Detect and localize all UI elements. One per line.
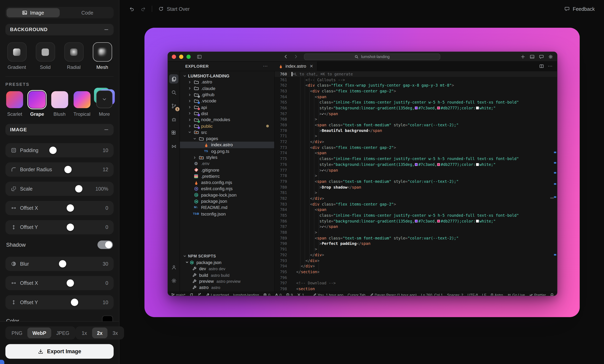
redo-button[interactable] [141, 6, 146, 12]
tree-item-public[interactable]: public [180, 123, 274, 129]
toggle-sidebar-icon[interactable] [197, 54, 202, 59]
tab-index-astro[interactable]: index.astro ✕ [275, 62, 317, 71]
activity-kite-icon[interactable] [169, 142, 178, 151]
status-1[interactable]: 1 [297, 293, 304, 296]
tree-item--prettierrc[interactable]: .prettierrc [180, 173, 274, 179]
export-image-button[interactable]: Export Image [5, 344, 114, 359]
tree-item--env[interactable]: ⚙.env [180, 161, 274, 167]
tree-item-dist[interactable]: dist [180, 110, 274, 117]
activity-files-icon[interactable] [169, 74, 178, 84]
slider-offset-x-knob[interactable] [66, 279, 74, 287]
chat-icon[interactable] [539, 54, 544, 59]
corner-widget[interactable] [0, 360, 4, 364]
status-prettier[interactable]: Prettier [529, 293, 546, 296]
nav-back-icon[interactable] [283, 54, 288, 59]
zoom-window-button[interactable] [186, 54, 190, 59]
status-lumshot-landing[interactable]: lumshot-landing [233, 293, 259, 296]
status-ln-760-col-1[interactable]: Ln 760, Col 1 [421, 293, 443, 296]
tree-item-src[interactable]: src [180, 129, 274, 135]
npm-script-package-json[interactable]: package.json [180, 259, 274, 266]
status-spaces-2[interactable]: Spaces: 2 [447, 293, 463, 296]
activity-account-icon[interactable] [169, 262, 178, 272]
background-type-solid[interactable]: Solid [34, 42, 56, 70]
activity-debug-icon[interactable] [169, 115, 178, 124]
activity-settings-icon[interactable] [169, 276, 178, 285]
scrollbar-handle[interactable] [550, 197, 554, 199]
status-pipeline[interactable] [198, 293, 201, 296]
activity-search-icon[interactable] [169, 88, 178, 97]
tree-item-styles[interactable]: styles [180, 154, 274, 160]
format-webp[interactable]: WebP [27, 328, 51, 338]
tree-item-tsconfig-json[interactable]: TS⚙tsconfig.json [180, 211, 274, 217]
settings-icon[interactable] [548, 54, 553, 59]
slider-offset-y-knob[interactable] [71, 299, 78, 306]
undo-button[interactable] [129, 6, 134, 12]
tree-item-package-json[interactable]: package.json [180, 198, 274, 204]
status-0[interactable]: 0 [263, 293, 270, 296]
tree-item--astro[interactable]: .astro [180, 79, 274, 85]
status-bell[interactable] [550, 293, 554, 296]
minimize-window-button[interactable] [179, 54, 183, 59]
split-editor-icon[interactable] [539, 64, 544, 68]
export-scale-1x[interactable]: 1x [77, 328, 92, 338]
status-utf-8[interactable]: UTF-8 [467, 293, 478, 296]
tree-item--gitignore[interactable]: .gitignore [180, 167, 274, 173]
status-0[interactable]: 0 [275, 293, 281, 296]
format-png[interactable]: PNG [7, 328, 27, 338]
status-dayan-perez-1-hour-ago-[interactable]: Dayan Perez (1 hour ago) [370, 293, 417, 296]
status-9[interactable]: 9 [286, 293, 293, 296]
slider-blur-knob[interactable] [59, 260, 66, 268]
code-editor[interactable]: 760⌘L to chat, ⌘K to generate761 <!-- Ca… [275, 71, 557, 292]
workspace-search[interactable]: lumshot-landing [304, 53, 440, 60]
close-tab-icon[interactable]: ✕ [310, 64, 313, 69]
image-section-header[interactable]: IMAGE [5, 124, 114, 135]
shadow-toggle[interactable] [98, 241, 113, 249]
npm-scripts-header[interactable]: NPM SCRIPTS [180, 253, 274, 259]
editor-more-icon[interactable]: ⋯ [548, 63, 552, 69]
tab-image[interactable]: Image [7, 8, 60, 17]
tree-item--github[interactable]: .github [180, 92, 274, 98]
tree-item-api[interactable]: api [180, 104, 274, 110]
npm-script-preview[interactable]: previewastro preview [180, 278, 274, 284]
tree-item-node-modules[interactable]: node_modules [180, 117, 274, 123]
export-scale-2x[interactable]: 2x [92, 328, 107, 338]
tree-item--vscode[interactable]: .vscode [180, 98, 274, 104]
slider-offset-y-knob[interactable] [66, 223, 74, 231]
tree-item--claude[interactable]: .claude [180, 85, 274, 91]
status-lf[interactable]: LF [482, 293, 486, 296]
background-type-radial[interactable]: Radial [63, 42, 85, 70]
preset-grape[interactable]: Grape [28, 91, 46, 117]
slider-offset-x-knob[interactable] [66, 204, 74, 212]
tree-item-index-astro[interactable]: index.astro [180, 142, 274, 148]
tree-item-eslint-config-mjs[interactable]: eslint.config.mjs [180, 186, 274, 192]
background-type-mesh[interactable]: Mesh [91, 42, 113, 70]
activity-extensions-icon[interactable] [169, 128, 178, 137]
collapse-background-icon[interactable] [104, 27, 109, 32]
status-main-[interactable]: main* [171, 293, 185, 296]
status-sync[interactable] [189, 293, 193, 296]
slider-scale-knob[interactable] [75, 185, 83, 193]
activity-source-control-icon[interactable]: 1 [169, 101, 178, 110]
close-window-button[interactable] [172, 54, 176, 59]
status-you-1-hour-ago[interactable]: You, 1 hour ago [313, 293, 343, 296]
tab-code[interactable]: Code [60, 8, 113, 17]
npm-script-dev[interactable]: devastro dev [180, 266, 274, 272]
npm-script-astro[interactable]: astroastro [180, 285, 274, 291]
preset-more[interactable]: More [95, 91, 114, 117]
status-astro[interactable]: {}Astro [491, 293, 503, 296]
tree-item-readme-md[interactable]: M↓README.md [180, 205, 274, 211]
tree-item-astro-config-mjs[interactable]: astro.config.mjs [180, 179, 274, 186]
tree-item-package-lock-json[interactable]: package-lock.json [180, 192, 274, 198]
background-section-header[interactable]: BACKGROUND [5, 24, 114, 36]
tree-item-lumshot-landing[interactable]: LUMSHOT-LANDING [180, 73, 274, 79]
shadow-color-swatch[interactable] [102, 315, 113, 321]
tree-item-pages[interactable]: pages [180, 135, 274, 142]
plus-icon[interactable] [520, 54, 525, 59]
slider-border-radius-knob[interactable] [64, 166, 72, 173]
feedback-button[interactable]: Feedback [564, 6, 595, 12]
npm-script-build[interactable]: buildastro build [180, 272, 274, 278]
status-go-live[interactable]: Go Live [507, 293, 525, 296]
status-launchpad[interactable]: Launchpad [206, 293, 229, 296]
collapse-image-icon[interactable] [104, 127, 109, 132]
start-over-button[interactable]: Start Over [158, 6, 190, 12]
